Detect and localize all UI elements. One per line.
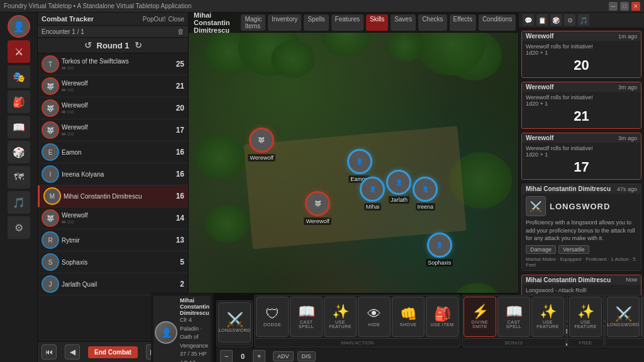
character-tab-spells[interactable]: Spells — [304, 14, 328, 31]
combatant-row[interactable]: M Mihai Constantin Dimitrescu 16 — [38, 185, 188, 207]
roll-result: 20 — [526, 56, 637, 75]
combatant-row[interactable]: J Jarlath Quail 2 — [38, 273, 188, 295]
sidebar-items-icon[interactable]: 🎒 — [8, 90, 30, 113]
character-tab-conditions[interactable]: Conditions — [479, 14, 516, 31]
sidebar-tables-icon[interactable]: 🎲 — [8, 141, 30, 163]
chat-entry-header: Werewolf 3m ago — [522, 82, 641, 92]
combatant-initiative: 13 — [172, 236, 184, 244]
action-button-divine-smite[interactable]: ⚡ DIVINE SMITE — [464, 297, 496, 337]
sidebar-actors-icon[interactable]: 🎭 — [8, 65, 30, 88]
action-icon: ✨ — [577, 305, 594, 319]
token-avatar[interactable]: 👤 — [427, 233, 452, 258]
map-token[interactable]: 👤 Ireena — [413, 177, 438, 211]
sidebar-scenes-icon[interactable]: 🗺 — [8, 166, 30, 189]
rph-icon-1[interactable]: 💬 — [523, 14, 534, 26]
chat-sender: Mihai Constantin Dimitrescu — [526, 277, 611, 283]
close-link[interactable]: Close — [168, 16, 184, 23]
action-button-dodge[interactable]: 🛡 DODGE — [256, 297, 289, 337]
combatant-row[interactable]: 🐺 Werewolf ∞ ○○ 20 — [38, 97, 188, 119]
map-token[interactable]: 👤 Sophaxis — [426, 233, 453, 266]
action-button-use-item[interactable]: 🎒 USE ITEM — [426, 297, 458, 337]
action-button-longsword[interactable]: ⚔️ LONGSWORD — [218, 302, 251, 343]
chat-sender: Werewolf — [526, 33, 553, 40]
action-button-longsword[interactable]: ⚔️ LONGSWORD — [607, 297, 640, 337]
disadvantage-button[interactable]: DIS — [297, 351, 316, 361]
character-tab-magic-items[interactable]: Magic Items — [241, 14, 265, 31]
prev-combatant-button[interactable]: ◀ — [65, 344, 80, 359]
end-combat-button[interactable]: End Combat — [88, 346, 138, 358]
rph-icon-3[interactable]: 🎲 — [550, 14, 562, 26]
item-card: ⚔️ LONGSWORD Proficiency with a longswor… — [522, 194, 641, 270]
portrait-name: Mihai Constantin Dimitrescu — [180, 297, 209, 316]
combatant-initiative: 25 — [172, 60, 184, 69]
first-combatant-button[interactable]: ⏮ — [42, 344, 57, 359]
user-avatar[interactable]: 👤 — [8, 15, 30, 38]
token-avatar[interactable]: 👤 — [347, 149, 372, 174]
counter-minus-button[interactable]: − — [220, 350, 233, 362]
character-tab-features[interactable]: Features — [331, 14, 364, 31]
counter-plus-button[interactable]: + — [253, 350, 265, 362]
action-button-shove[interactable]: 👊 SHOVE — [392, 297, 425, 337]
map-token[interactable]: 👤 Mihai — [360, 177, 385, 211]
rph-icon-4[interactable]: ⚙ — [564, 14, 575, 26]
round-bar: ↺ Round 1 ↻ — [38, 38, 188, 53]
action-label: USE FEATURE — [571, 320, 600, 329]
action-button-end-turn[interactable]: ⏭ END TURN — [641, 297, 644, 337]
portrait-image: 👤 — [155, 321, 177, 344]
tracker-actions: PopOut! Close — [143, 16, 184, 23]
action-button-use-feature[interactable]: ✨ USE FEATURE — [569, 297, 602, 337]
action-icon: ⚔️ — [226, 313, 243, 327]
sidebar-settings-icon[interactable]: ⚙ — [8, 216, 30, 239]
character-tab-skills[interactable]: Skills — [366, 14, 388, 31]
token-avatar[interactable]: 👤 — [386, 170, 411, 195]
sidebar-combat-icon[interactable]: ⚔ — [8, 40, 30, 63]
token-label: Sophaxis — [426, 259, 453, 266]
map-token[interactable]: 👤 Jarlath — [386, 170, 411, 204]
combatant-row[interactable]: E Eamon 16 — [38, 141, 188, 163]
popout-link[interactable]: PopOut! — [143, 16, 166, 23]
rph-icon-5[interactable]: 🎵 — [578, 14, 589, 26]
combatant-row[interactable]: 🐺 Werewolf ∞ ○○ 21 — [38, 75, 188, 97]
action-button-cast-spell[interactable]: 📖 CAST SPELL — [497, 297, 530, 337]
character-tab-checks[interactable]: Checks — [418, 14, 447, 31]
minimize-button[interactable]: ─ — [609, 2, 618, 11]
combatant-info: Ireena Kolyana — [62, 171, 169, 178]
character-tab-inventory[interactable]: Inventory — [268, 14, 301, 31]
action-label: CAST SPELL — [292, 320, 321, 329]
token-avatar[interactable]: 🐺 — [305, 191, 330, 216]
sidebar-journal-icon[interactable]: 📖 — [8, 116, 30, 138]
action-label: LONGSWORD — [607, 322, 639, 327]
sidebar-audio-icon[interactable]: 🎵 — [8, 191, 30, 214]
combatant-row[interactable]: 🐺 Werewolf ∞ ○○ 17 — [38, 119, 188, 141]
chat-entry-header: Werewolf 3m ago — [522, 133, 641, 143]
combatant-row[interactable]: S Sophaxis 5 — [38, 251, 188, 273]
token-avatar[interactable]: 👤 — [413, 177, 438, 202]
map-token[interactable]: 🐺 Werewolf — [248, 128, 275, 162]
combatant-row[interactable]: I Ireena Kolyana 16 — [38, 163, 188, 185]
character-tab-effects[interactable]: Effects — [450, 14, 476, 31]
map-token[interactable]: 🐺 Werewolf — [304, 191, 331, 225]
advantage-button[interactable]: ADV — [273, 351, 294, 361]
combatant-row[interactable]: 🐺 Werewolf ∞ ○○ 14 — [38, 207, 188, 229]
character-tab-saves[interactable]: Saves — [391, 14, 416, 31]
action-button-cast-spell[interactable]: 📖 CAST SPELL — [290, 297, 323, 337]
rph-icon-2[interactable]: 📋 — [536, 14, 548, 26]
action-button-use-feature[interactable]: ✨ USE FEATURE — [531, 297, 564, 337]
action-sections: ⚔️ LONGSWORD 🛡 DODGE 📖 CAST SPELL ✨ USE … — [216, 295, 644, 348]
chat-entry-header: Mihai Constantin Dimitrescu Now — [522, 275, 641, 285]
combatant-row[interactable]: T Torkos of the Swiftclaws ∞ ○○ 25 — [38, 53, 188, 75]
delete-encounter-button[interactable]: 🗑 — [177, 28, 184, 35]
action-button-hide[interactable]: 👁 HIDE — [358, 297, 391, 337]
combatant-status: ∞ ○○ — [62, 131, 169, 137]
next-round-button[interactable]: ↻ — [135, 40, 142, 50]
action-button-use-feature[interactable]: ✨ USE FEATURE — [324, 297, 357, 337]
close-button[interactable]: ✕ — [631, 2, 640, 11]
combatant-initiative: 14 — [172, 214, 184, 222]
action-label: LONGSWORD — [218, 328, 250, 332]
roll-subtitle: Werewolf rolls for initiative! — [526, 145, 637, 151]
combatant-row[interactable]: R Rytmir 13 — [38, 229, 188, 251]
token-avatar[interactable]: 👤 — [360, 177, 385, 202]
prev-round-button[interactable]: ↺ — [84, 40, 92, 50]
token-avatar[interactable]: 🐺 — [249, 128, 274, 153]
maximize-button[interactable]: □ — [620, 2, 629, 11]
